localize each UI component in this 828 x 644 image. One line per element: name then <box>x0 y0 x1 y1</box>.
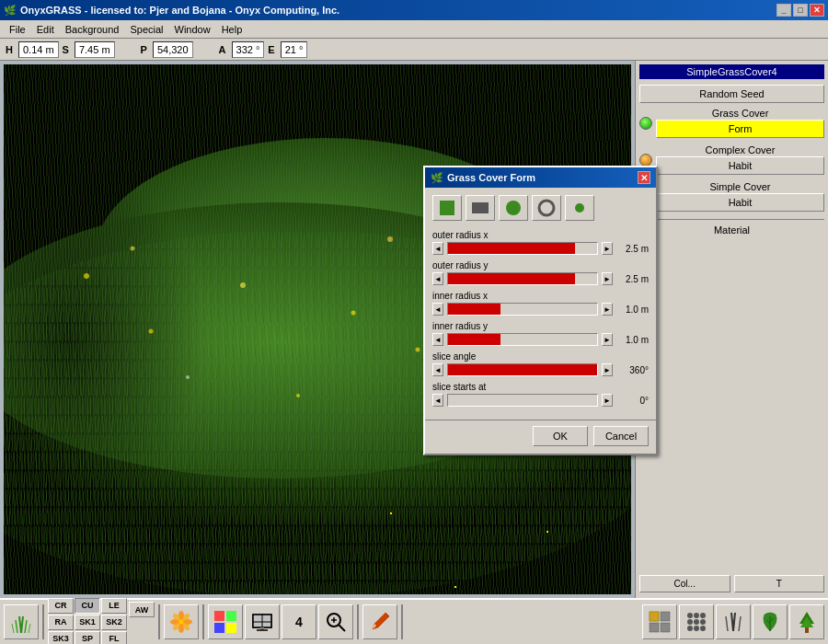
svg-point-13 <box>131 247 135 251</box>
panel-divider <box>639 219 824 220</box>
maximize-button[interactable]: □ <box>793 4 808 17</box>
param-left-arrow-0[interactable]: ◄ <box>432 242 443 255</box>
svg-line-20 <box>12 624 14 633</box>
param-fill-2 <box>448 304 500 315</box>
sk2-button[interactable]: SK2 <box>101 615 127 630</box>
color-palette-button[interactable] <box>208 604 243 639</box>
grass-form-dialog: 🌿 Grass Cover Form ✕ <box>423 166 658 455</box>
param-right-arrow-2[interactable]: ► <box>602 303 613 316</box>
cu-button[interactable]: CU <box>75 598 100 614</box>
ok-button[interactable]: OK <box>533 426 588 446</box>
shape-toolbar <box>432 195 649 221</box>
app-icon: 🌿 <box>4 5 17 17</box>
complex-cover-indicator[interactable] <box>639 154 652 167</box>
menu-edit[interactable]: Edit <box>31 22 60 37</box>
complex-cover-label: Complex Cover <box>656 144 824 156</box>
toolbar-sep-3 <box>202 604 204 639</box>
title-bar: 🌿 OnyxGRASS - licensed to: Pjer and Boja… <box>0 0 828 20</box>
material-col-button[interactable]: Col... <box>639 575 730 592</box>
cr-cu-le-group: CR CU LE RA SK1 SK2 SK3 SP FL <box>48 598 127 645</box>
shape-rect-button[interactable] <box>466 195 495 221</box>
param-right-arrow-1[interactable]: ► <box>602 272 613 285</box>
param-right-arrow-5[interactable]: ► <box>602 394 613 407</box>
complex-habit-button[interactable]: Habit <box>656 156 824 175</box>
param-value-5: 0° <box>616 396 649 406</box>
right-panel: SimpleGrassCover4 Random Seed Grass Cove… <box>635 61 828 598</box>
param-right-arrow-4[interactable]: ► <box>602 363 613 376</box>
lines-button[interactable] <box>716 604 751 639</box>
pencil-button[interactable] <box>362 604 397 639</box>
count-badge-button[interactable]: 4 <box>282 604 316 639</box>
grass-form-button[interactable]: Form <box>656 120 824 138</box>
param-value-3: 1.0 m <box>616 335 649 345</box>
svg-line-18 <box>16 620 17 633</box>
h-value: 0.14 m <box>18 41 59 58</box>
grid-view-button[interactable] <box>642 604 677 639</box>
svg-line-21 <box>29 624 30 633</box>
param-slider-2[interactable] <box>447 303 598 316</box>
menu-window[interactable]: Window <box>169 22 216 37</box>
p-label: P <box>141 44 147 55</box>
param-slider-3[interactable] <box>447 333 598 346</box>
cancel-button[interactable]: Cancel <box>593 426 649 446</box>
random-seed-button[interactable]: Random Seed <box>639 85 824 103</box>
leaf-button[interactable] <box>753 604 788 639</box>
aw-button[interactable]: AW <box>129 602 155 617</box>
shape-square-button[interactable] <box>432 195 462 221</box>
menu-bar: File Edit Background Special Window Help <box>0 20 828 39</box>
shape-dot-icon <box>570 199 589 217</box>
param-slider-4[interactable] <box>447 363 598 376</box>
param-slider-row-3: ◄ ► 1.0 m <box>432 333 649 346</box>
tree-button[interactable] <box>789 604 824 639</box>
fl-button[interactable]: FL <box>101 631 127 645</box>
zoom-button[interactable] <box>318 604 353 639</box>
param-left-arrow-2[interactable]: ◄ <box>432 303 443 316</box>
param-slider-1[interactable] <box>447 272 598 285</box>
panel-title: SimpleGrassCover4 <box>639 64 824 79</box>
param-right-arrow-3[interactable]: ► <box>602 333 613 346</box>
s-label: S <box>63 44 69 55</box>
svg-line-42 <box>339 625 345 631</box>
param-left-arrow-5[interactable]: ◄ <box>432 394 443 407</box>
particles-button[interactable] <box>679 604 714 639</box>
flower-button[interactable] <box>164 604 199 639</box>
pencil-icon <box>367 609 393 635</box>
close-button[interactable]: ✕ <box>810 4 824 17</box>
svg-point-61 <box>700 626 706 631</box>
sk1-button[interactable]: SK1 <box>75 615 100 630</box>
svg-rect-51 <box>661 623 670 632</box>
material-t-button[interactable]: T <box>734 575 825 592</box>
shape-circle-button[interactable] <box>499 195 528 221</box>
cr-button[interactable]: CR <box>48 598 74 614</box>
sk3-button[interactable]: SK3 <box>48 631 74 645</box>
svg-point-57 <box>694 619 699 625</box>
e-label: E <box>268 44 274 55</box>
menu-file[interactable]: File <box>4 22 31 37</box>
simple-habit-button[interactable]: Habit <box>656 193 824 212</box>
param-left-arrow-1[interactable]: ◄ <box>432 272 443 285</box>
le-button[interactable]: LE <box>101 598 127 614</box>
param-value-2: 1.0 m <box>616 305 649 315</box>
menu-special[interactable]: Special <box>124 22 168 37</box>
param-slider-5[interactable] <box>447 394 598 407</box>
grass-cover-row: Grass Cover Form <box>639 107 824 140</box>
dialog-close-button[interactable]: ✕ <box>638 171 650 184</box>
simple-cover-label: Simple Cover <box>656 180 824 193</box>
shape-ring-button[interactable] <box>532 195 561 221</box>
ra-button[interactable]: RA <box>48 615 74 630</box>
param-value-1: 2.5 m <box>616 274 649 284</box>
minimize-button[interactable]: _ <box>776 4 791 17</box>
grass-cover-indicator[interactable] <box>639 117 652 130</box>
menu-background[interactable]: Background <box>60 22 125 37</box>
grass-icon-button[interactable] <box>4 604 39 639</box>
param-right-arrow-0[interactable]: ► <box>602 242 613 255</box>
s-value: 7.45 m <box>75 41 115 58</box>
param-left-arrow-4[interactable]: ◄ <box>432 363 443 376</box>
display-mode-button[interactable] <box>245 604 280 639</box>
menu-help[interactable]: Help <box>216 22 248 37</box>
flower-svg-icon <box>168 609 194 635</box>
param-slider-0[interactable] <box>447 242 598 255</box>
shape-dot-button[interactable] <box>565 195 594 221</box>
sp-button[interactable]: SP <box>75 631 100 645</box>
param-left-arrow-3[interactable]: ◄ <box>432 333 443 346</box>
